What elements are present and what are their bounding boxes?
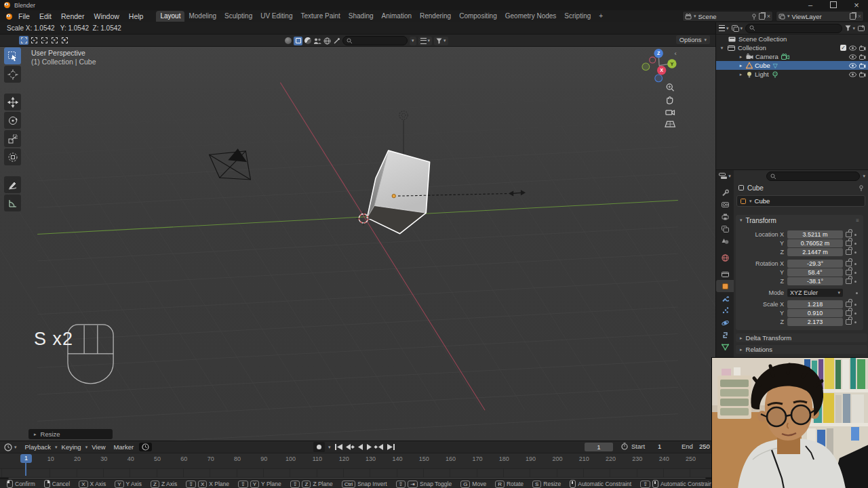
properties-search-input[interactable] bbox=[766, 171, 860, 181]
outliner-row-camera[interactable]: ▸ Camera bbox=[716, 52, 868, 61]
rotation-x-field[interactable]: -29.3° bbox=[787, 260, 843, 268]
tab-scene[interactable] bbox=[716, 235, 734, 247]
filter-dropdown-icon[interactable]: ▾ bbox=[863, 174, 865, 179]
select-mode-subtract[interactable]: − bbox=[39, 36, 49, 45]
workspace-tab[interactable]: Modeling bbox=[184, 11, 220, 22]
workspace-tab[interactable]: Layout bbox=[156, 11, 184, 22]
disclosure-icon[interactable]: ▾ bbox=[719, 45, 725, 51]
select-mode-new[interactable] bbox=[19, 36, 28, 45]
collection-checkbox[interactable]: ✓ bbox=[840, 45, 846, 51]
end-frame-field[interactable]: End 250 bbox=[682, 443, 710, 450]
disclosure-icon[interactable]: ▸ bbox=[738, 72, 744, 77]
drag-handle-icon[interactable]: ≡ bbox=[856, 218, 859, 224]
keying-menu[interactable]: Keying bbox=[58, 443, 85, 451]
auto-keying-clock-button[interactable] bbox=[139, 443, 152, 451]
location-z-field[interactable]: 2.1447 m bbox=[787, 248, 843, 256]
menu-item[interactable]: File bbox=[14, 11, 35, 22]
camera-object[interactable] bbox=[210, 148, 251, 180]
transform-tool[interactable] bbox=[4, 148, 21, 165]
tab-modifiers[interactable] bbox=[716, 292, 734, 304]
search-input[interactable] bbox=[342, 36, 408, 45]
hide-eye-icon[interactable] bbox=[849, 72, 856, 77]
scale-z-field[interactable]: 2.173 bbox=[787, 318, 843, 326]
tab-particles[interactable] bbox=[716, 304, 734, 317]
gizmo-neg-y[interactable] bbox=[642, 63, 650, 70]
lock-icon[interactable] bbox=[846, 302, 852, 307]
hide-eye-icon[interactable] bbox=[849, 63, 856, 68]
animate-dot[interactable] bbox=[854, 281, 856, 283]
outliner-search-input[interactable] bbox=[745, 24, 842, 33]
move-tool[interactable] bbox=[4, 94, 21, 110]
outliner-row-scene-collection[interactable]: Scene Collection bbox=[716, 35, 868, 43]
camera-view-icon[interactable] bbox=[666, 110, 675, 115]
delta-transform-section[interactable]: ▸Delta Transform bbox=[736, 333, 867, 342]
auto-key-record-button[interactable] bbox=[313, 442, 325, 452]
location-y-field[interactable]: 0.76052 m bbox=[787, 239, 843, 247]
disclosure-icon[interactable]: ▸ bbox=[738, 63, 744, 68]
rotation-mode-dropdown[interactable]: XYZ Euler▾ bbox=[787, 289, 843, 297]
material-shading-icon[interactable] bbox=[304, 37, 311, 44]
workspace-tab[interactable]: Shading bbox=[344, 11, 378, 22]
options-dropdown[interactable]: Options▾ bbox=[676, 35, 710, 44]
render-camera-icon[interactable] bbox=[859, 72, 866, 77]
hide-eye-icon[interactable] bbox=[849, 54, 856, 60]
animate-dot[interactable] bbox=[854, 272, 856, 274]
lock-icon[interactable] bbox=[846, 319, 852, 325]
perspective-toggle-icon[interactable] bbox=[665, 121, 675, 127]
animate-dot[interactable] bbox=[854, 304, 856, 306]
gizmo-dropdown[interactable]: ▾ bbox=[410, 37, 416, 45]
brush-icon[interactable] bbox=[333, 37, 340, 45]
animate-dot[interactable] bbox=[856, 292, 858, 294]
animate-dot[interactable] bbox=[854, 312, 856, 314]
lock-icon[interactable] bbox=[846, 261, 852, 266]
select-box-tool[interactable] bbox=[4, 47, 21, 64]
render-camera-icon[interactable] bbox=[859, 54, 866, 60]
rotate-tool[interactable] bbox=[4, 112, 21, 129]
menu-item[interactable]: Help bbox=[124, 11, 149, 22]
lock-icon[interactable] bbox=[846, 241, 852, 246]
outliner-row-light[interactable]: ▸ Light bbox=[716, 70, 868, 79]
new-scene-icon[interactable] bbox=[759, 13, 765, 20]
editor-type-button[interactable]: ▾ bbox=[0, 443, 21, 451]
maximize-button[interactable] bbox=[822, 0, 845, 11]
operator-redo-panel[interactable]: ▸ Resize bbox=[28, 429, 113, 439]
scale-y-field[interactable]: 0.910 bbox=[787, 309, 843, 317]
proportional-editing-icon[interactable] bbox=[285, 37, 292, 44]
overlays-dropdown[interactable]: ▾ bbox=[418, 37, 433, 45]
playback-menu[interactable]: Playback bbox=[21, 443, 56, 451]
pin-icon[interactable] bbox=[859, 185, 864, 191]
animate-dot[interactable] bbox=[854, 243, 856, 245]
gizmo-neg-x[interactable] bbox=[650, 57, 656, 63]
annotate-tool[interactable] bbox=[4, 176, 21, 193]
filter-button[interactable]: ▾ bbox=[845, 25, 855, 31]
gizmo-neg-z[interactable] bbox=[655, 75, 663, 82]
select-mode-extend[interactable]: + bbox=[29, 36, 39, 45]
minimize-button[interactable]: – bbox=[799, 0, 822, 10]
tab-collection[interactable] bbox=[716, 268, 734, 280]
tab-constraints[interactable] bbox=[716, 329, 734, 341]
lock-icon[interactable] bbox=[846, 279, 852, 284]
add-workspace-button[interactable]: + bbox=[595, 11, 607, 22]
workspace-tab[interactable]: Compositing bbox=[455, 11, 501, 22]
scale-tool[interactable] bbox=[4, 130, 21, 147]
view-menu[interactable]: View bbox=[87, 443, 109, 451]
editor-type-button[interactable]: ▾ bbox=[716, 170, 734, 182]
remove-viewlayer-icon[interactable]: × bbox=[858, 14, 861, 19]
start-frame-field[interactable]: Start 1 bbox=[621, 443, 661, 450]
outliner-row-cube[interactable]: ▸ Cube ▽ bbox=[716, 61, 868, 70]
tab-view-layer[interactable] bbox=[716, 223, 734, 235]
workspace-tab[interactable]: Scripting bbox=[560, 11, 595, 22]
hide-eye-icon[interactable] bbox=[849, 45, 856, 51]
select-mode-invert[interactable]: × bbox=[50, 36, 59, 45]
current-frame-field[interactable]: 1 bbox=[585, 443, 613, 451]
lock-icon[interactable] bbox=[846, 232, 852, 237]
unlink-scene-icon[interactable]: × bbox=[767, 14, 770, 19]
render-camera-icon[interactable] bbox=[859, 63, 866, 68]
animate-dot[interactable] bbox=[854, 263, 856, 265]
animate-dot[interactable] bbox=[854, 234, 856, 236]
workspace-tab[interactable]: UV Editing bbox=[256, 11, 296, 22]
rotation-y-field[interactable]: 58.4° bbox=[787, 268, 843, 277]
pin-icon[interactable] bbox=[751, 14, 757, 20]
display-mode-button[interactable]: ▾ bbox=[732, 25, 743, 32]
menu-item[interactable]: Window bbox=[89, 11, 123, 22]
